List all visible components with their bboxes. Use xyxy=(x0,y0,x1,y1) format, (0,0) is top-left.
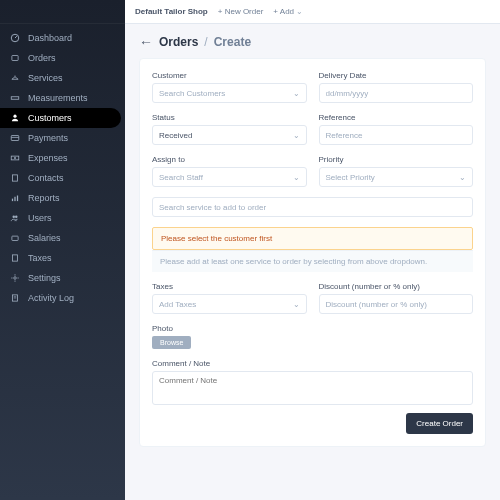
chevron-down-icon: ⌄ xyxy=(459,173,466,182)
delivery-date-input[interactable] xyxy=(319,83,474,103)
priority-select[interactable]: Select Priority⌄ xyxy=(319,167,474,187)
sidebar-item-reports[interactable]: Reports xyxy=(0,188,125,208)
svg-point-12 xyxy=(13,216,16,219)
sidebar-item-customers[interactable]: Customers xyxy=(0,108,121,128)
sidebar-item-label: Activity Log xyxy=(28,293,74,303)
sidebar-item-salaries[interactable]: Salaries xyxy=(0,228,125,248)
svg-rect-9 xyxy=(12,199,13,202)
sidebar-item-label: Dashboard xyxy=(28,33,72,43)
chevron-down-icon: ⌄ xyxy=(293,131,300,140)
sidebar-item-settings[interactable]: Settings xyxy=(0,268,125,288)
sidebar-item-label: Customers xyxy=(28,113,72,123)
sidebar-item-measurements[interactable]: Measurements xyxy=(0,88,125,108)
svg-point-3 xyxy=(13,115,16,118)
sidebar-item-label: Settings xyxy=(28,273,61,283)
sidebar-item-label: Salaries xyxy=(28,233,61,243)
comment-label: Comment / Note xyxy=(152,359,473,368)
svg-point-16 xyxy=(14,277,17,280)
warning-alert: Please select the customer first xyxy=(152,227,473,250)
sidebar-item-contacts[interactable]: Contacts xyxy=(0,168,125,188)
add-dropdown[interactable]: + Add ⌄ xyxy=(273,7,303,16)
create-order-button[interactable]: Create Order xyxy=(406,413,473,434)
cart-icon xyxy=(10,53,20,63)
svg-rect-14 xyxy=(12,236,18,240)
comment-textarea[interactable] xyxy=(152,371,473,405)
ruler-icon xyxy=(10,93,20,103)
reference-input[interactable] xyxy=(319,125,474,145)
hanger-icon xyxy=(10,73,20,83)
svg-rect-15 xyxy=(13,255,18,261)
browse-button[interactable]: Browse xyxy=(152,336,191,349)
sidebar-item-services[interactable]: Services xyxy=(0,68,125,88)
back-arrow-icon[interactable]: ← xyxy=(139,34,153,50)
book-icon xyxy=(10,173,20,183)
sidebar-item-payments[interactable]: Payments xyxy=(0,128,125,148)
svg-point-7 xyxy=(14,157,16,159)
status-select[interactable]: Received⌄ xyxy=(152,125,307,145)
chart-icon xyxy=(10,193,20,203)
sidebar-item-taxes[interactable]: Taxes xyxy=(0,248,125,268)
discount-label: Discount (number or % only) xyxy=(319,282,474,291)
discount-input[interactable] xyxy=(319,294,474,314)
sidebar-item-label: Payments xyxy=(28,133,68,143)
sidebar-item-users[interactable]: Users xyxy=(0,208,125,228)
user-icon xyxy=(10,113,20,123)
sidebar-item-expenses[interactable]: Expenses xyxy=(0,148,125,168)
priority-label: Priority xyxy=(319,155,474,164)
customer-label: Customer xyxy=(152,71,307,80)
sidebar-item-label: Measurements xyxy=(28,93,88,103)
delivery-label: Delivery Date xyxy=(319,71,474,80)
sidebar-item-dashboard[interactable]: Dashboard xyxy=(0,28,125,48)
reference-label: Reference xyxy=(319,113,474,122)
customer-select[interactable]: Search Customers⌄ xyxy=(152,83,307,103)
sidebar-item-label: Expenses xyxy=(28,153,68,163)
sidebar-item-label: Users xyxy=(28,213,52,223)
sidebar-item-label: Services xyxy=(28,73,63,83)
assign-select[interactable]: Search Staff⌄ xyxy=(152,167,307,187)
svg-point-13 xyxy=(15,216,18,219)
breadcrumb: ← Orders / Create xyxy=(139,34,486,50)
status-label: Status xyxy=(152,113,307,122)
info-alert: Please add at least one service to order… xyxy=(152,250,473,272)
taxes-label: Taxes xyxy=(152,282,307,291)
money-icon xyxy=(10,153,20,163)
card-icon xyxy=(10,133,20,143)
new-order-button[interactable]: + New Order xyxy=(218,7,264,16)
chevron-down-icon: ⌄ xyxy=(293,89,300,98)
users-icon xyxy=(10,213,20,223)
shop-name: Default Tailor Shop xyxy=(135,7,208,16)
gauge-icon xyxy=(10,33,20,43)
log-icon xyxy=(10,293,20,303)
photo-label: Photo xyxy=(152,324,473,333)
assign-label: Assign to xyxy=(152,155,307,164)
sidebar-item-orders[interactable]: Orders xyxy=(0,48,125,68)
sidebar: Dashboard Orders Services Measurements C… xyxy=(0,0,125,500)
chevron-down-icon: ⌄ xyxy=(293,300,300,309)
svg-rect-2 xyxy=(11,97,19,100)
breadcrumb-current: Create xyxy=(214,35,251,49)
service-search-input[interactable] xyxy=(152,197,473,217)
gear-icon xyxy=(10,273,20,283)
svg-rect-10 xyxy=(14,197,15,201)
receipt-icon xyxy=(10,253,20,263)
svg-rect-1 xyxy=(12,56,18,61)
create-order-form: Customer Search Customers⌄ Delivery Date… xyxy=(139,58,486,447)
wallet-icon xyxy=(10,233,20,243)
sidebar-item-label: Reports xyxy=(28,193,60,203)
breadcrumb-parent[interactable]: Orders xyxy=(159,35,198,49)
logo-area xyxy=(0,6,125,24)
svg-rect-4 xyxy=(11,136,19,141)
topbar: Default Tailor Shop + New Order + Add ⌄ xyxy=(125,0,500,24)
sidebar-item-label: Orders xyxy=(28,53,56,63)
sidebar-item-activity[interactable]: Activity Log xyxy=(0,288,125,308)
chevron-down-icon: ⌄ xyxy=(293,173,300,182)
sidebar-item-label: Contacts xyxy=(28,173,64,183)
breadcrumb-sep: / xyxy=(204,35,207,49)
svg-rect-11 xyxy=(17,196,18,202)
taxes-select[interactable]: Add Taxes⌄ xyxy=(152,294,307,314)
sidebar-item-label: Taxes xyxy=(28,253,52,263)
chevron-down-icon: ⌄ xyxy=(296,7,303,16)
svg-rect-8 xyxy=(13,175,18,181)
